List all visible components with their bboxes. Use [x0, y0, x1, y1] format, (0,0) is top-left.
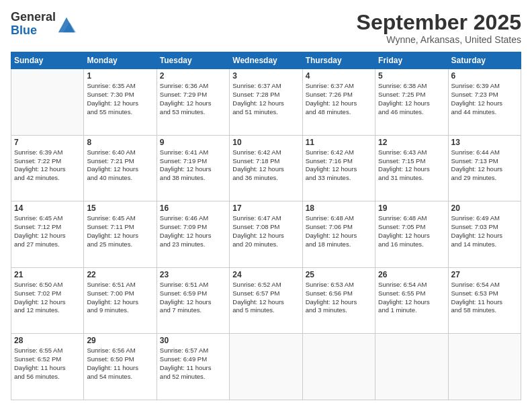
- col-sunday: Sunday: [11, 52, 84, 69]
- cell-text: Sunrise: 6:36 AMSunset: 7:29 PMDaylight:…: [160, 82, 226, 116]
- col-friday: Friday: [375, 52, 448, 69]
- table-row: 23Sunrise: 6:51 AMSunset: 6:59 PMDayligh…: [157, 267, 229, 334]
- col-monday: Monday: [84, 52, 157, 69]
- day-number: 17: [232, 203, 299, 213]
- day-number: 8: [87, 138, 153, 147]
- day-number: 12: [378, 138, 445, 147]
- cell-text: Sunrise: 6:44 AMSunset: 7:13 PMDaylight:…: [451, 148, 518, 183]
- table-row: 26Sunrise: 6:54 AMSunset: 6:55 PMDayligh…: [375, 267, 448, 334]
- table-row: 7Sunrise: 6:39 AMSunset: 7:22 PMDaylight…: [11, 135, 84, 201]
- cell-text: Sunrise: 6:55 AMSunset: 6:52 PMDaylight:…: [14, 347, 81, 381]
- day-number: 18: [306, 203, 372, 213]
- table-row: 18Sunrise: 6:48 AMSunset: 7:06 PMDayligh…: [302, 201, 375, 268]
- cell-text: Sunrise: 6:35 AMSunset: 7:30 PMDaylight:…: [87, 82, 153, 116]
- cell-text: Sunrise: 6:39 AMSunset: 7:22 PMDaylight:…: [14, 148, 81, 183]
- table-row: [11, 69, 84, 136]
- calendar-week-row: 14Sunrise: 6:45 AMSunset: 7:12 PMDayligh…: [11, 201, 521, 268]
- day-number: 27: [451, 270, 518, 279]
- table-row: [302, 334, 375, 400]
- logo-general: General: [11, 10, 56, 24]
- day-number: 10: [232, 138, 299, 147]
- calendar-table: Sunday Monday Tuesday Wednesday Thursday…: [11, 52, 521, 400]
- day-number: 5: [378, 71, 445, 81]
- month-title: September 2025: [357, 11, 521, 34]
- table-row: 22Sunrise: 6:51 AMSunset: 7:00 PMDayligh…: [84, 267, 157, 334]
- day-number: 1: [87, 71, 153, 81]
- logo-icon: [57, 15, 76, 34]
- table-row: 6Sunrise: 6:39 AMSunset: 7:23 PMDaylight…: [448, 69, 521, 136]
- cell-text: Sunrise: 6:42 AMSunset: 7:16 PMDaylight:…: [306, 148, 372, 183]
- calendar-week-row: 21Sunrise: 6:50 AMSunset: 7:02 PMDayligh…: [11, 267, 521, 334]
- cell-text: Sunrise: 6:53 AMSunset: 6:56 PMDaylight:…: [306, 281, 372, 315]
- day-number: 6: [451, 71, 518, 81]
- cell-text: Sunrise: 6:40 AMSunset: 7:21 PMDaylight:…: [87, 148, 153, 183]
- table-row: 4Sunrise: 6:37 AMSunset: 7:26 PMDaylight…: [302, 69, 375, 136]
- location: Wynne, Arkansas, United States: [357, 34, 521, 45]
- logo: General Blue: [11, 11, 76, 38]
- table-row: 12Sunrise: 6:43 AMSunset: 7:15 PMDayligh…: [375, 135, 448, 201]
- day-number: 23: [160, 270, 226, 279]
- table-row: 19Sunrise: 6:48 AMSunset: 7:05 PMDayligh…: [375, 201, 448, 268]
- table-row: 25Sunrise: 6:53 AMSunset: 6:56 PMDayligh…: [302, 267, 375, 334]
- cell-text: Sunrise: 6:45 AMSunset: 7:12 PMDaylight:…: [14, 214, 81, 248]
- table-row: 10Sunrise: 6:42 AMSunset: 7:18 PMDayligh…: [230, 135, 302, 201]
- day-number: 29: [87, 336, 153, 345]
- cell-text: Sunrise: 6:43 AMSunset: 7:15 PMDaylight:…: [378, 148, 445, 183]
- cell-text: Sunrise: 6:45 AMSunset: 7:11 PMDaylight:…: [87, 214, 153, 248]
- day-number: 26: [378, 270, 445, 279]
- cell-text: Sunrise: 6:48 AMSunset: 7:05 PMDaylight:…: [378, 214, 445, 248]
- table-row: 20Sunrise: 6:49 AMSunset: 7:03 PMDayligh…: [448, 201, 521, 268]
- day-number: 11: [306, 138, 372, 147]
- day-number: 19: [378, 203, 445, 213]
- day-number: 9: [160, 138, 226, 147]
- table-row: [448, 334, 521, 400]
- cell-text: Sunrise: 6:56 AMSunset: 6:50 PMDaylight:…: [87, 347, 153, 381]
- cell-text: Sunrise: 6:37 AMSunset: 7:28 PMDaylight:…: [232, 82, 299, 116]
- day-number: 2: [160, 71, 226, 81]
- table-row: 21Sunrise: 6:50 AMSunset: 7:02 PMDayligh…: [11, 267, 84, 334]
- table-row: 24Sunrise: 6:52 AMSunset: 6:57 PMDayligh…: [230, 267, 302, 334]
- cell-text: Sunrise: 6:46 AMSunset: 7:09 PMDaylight:…: [160, 214, 226, 248]
- header: General Blue September 2025 Wynne, Arkan…: [11, 11, 521, 45]
- day-number: 14: [14, 203, 81, 213]
- calendar-header-row: Sunday Monday Tuesday Wednesday Thursday…: [11, 52, 521, 69]
- day-number: 21: [14, 270, 81, 279]
- day-number: 15: [87, 203, 153, 213]
- table-row: 3Sunrise: 6:37 AMSunset: 7:28 PMDaylight…: [230, 69, 302, 136]
- day-number: 16: [160, 203, 226, 213]
- calendar-week-row: 28Sunrise: 6:55 AMSunset: 6:52 PMDayligh…: [11, 334, 521, 400]
- col-thursday: Thursday: [302, 52, 375, 69]
- cell-text: Sunrise: 6:54 AMSunset: 6:53 PMDaylight:…: [451, 281, 518, 315]
- cell-text: Sunrise: 6:42 AMSunset: 7:18 PMDaylight:…: [232, 148, 299, 183]
- day-number: 30: [160, 336, 226, 345]
- col-saturday: Saturday: [448, 52, 521, 69]
- day-number: 7: [14, 138, 81, 147]
- cell-text: Sunrise: 6:51 AMSunset: 6:59 PMDaylight:…: [160, 281, 226, 315]
- day-number: 22: [87, 270, 153, 279]
- title-block: September 2025 Wynne, Arkansas, United S…: [357, 11, 521, 45]
- cell-text: Sunrise: 6:57 AMSunset: 6:49 PMDaylight:…: [160, 347, 226, 381]
- calendar-week-row: 1Sunrise: 6:35 AMSunset: 7:30 PMDaylight…: [11, 69, 521, 136]
- day-number: 24: [232, 270, 299, 279]
- table-row: 27Sunrise: 6:54 AMSunset: 6:53 PMDayligh…: [448, 267, 521, 334]
- logo-blue: Blue: [11, 24, 37, 37]
- day-number: 28: [14, 336, 81, 345]
- cell-text: Sunrise: 6:47 AMSunset: 7:08 PMDaylight:…: [232, 214, 299, 248]
- cell-text: Sunrise: 6:54 AMSunset: 6:55 PMDaylight:…: [378, 281, 445, 315]
- table-row: 13Sunrise: 6:44 AMSunset: 7:13 PMDayligh…: [448, 135, 521, 201]
- table-row: [375, 334, 448, 400]
- cell-text: Sunrise: 6:50 AMSunset: 7:02 PMDaylight:…: [14, 281, 81, 315]
- table-row: 11Sunrise: 6:42 AMSunset: 7:16 PMDayligh…: [302, 135, 375, 201]
- cell-text: Sunrise: 6:39 AMSunset: 7:23 PMDaylight:…: [451, 82, 518, 116]
- table-row: 5Sunrise: 6:38 AMSunset: 7:25 PMDaylight…: [375, 69, 448, 136]
- calendar-week-row: 7Sunrise: 6:39 AMSunset: 7:22 PMDaylight…: [11, 135, 521, 201]
- table-row: 28Sunrise: 6:55 AMSunset: 6:52 PMDayligh…: [11, 334, 84, 400]
- col-tuesday: Tuesday: [157, 52, 229, 69]
- table-row: [230, 334, 302, 400]
- table-row: 30Sunrise: 6:57 AMSunset: 6:49 PMDayligh…: [157, 334, 229, 400]
- table-row: 16Sunrise: 6:46 AMSunset: 7:09 PMDayligh…: [157, 201, 229, 268]
- day-number: 13: [451, 138, 518, 147]
- table-row: 8Sunrise: 6:40 AMSunset: 7:21 PMDaylight…: [84, 135, 157, 201]
- day-number: 20: [451, 203, 518, 213]
- logo-text: General Blue: [11, 11, 56, 38]
